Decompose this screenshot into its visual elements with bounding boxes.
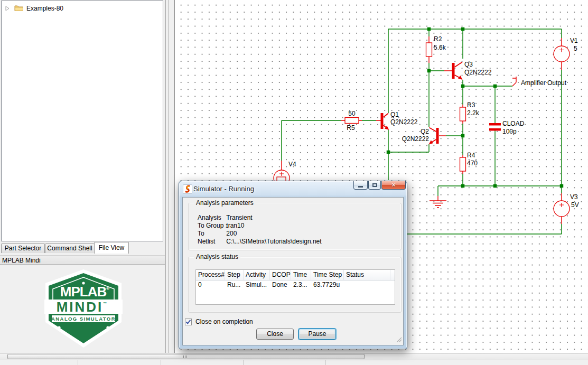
col-header[interactable]: Process# [196,270,225,280]
source-V1[interactable]: V1 5 [554,37,578,62]
status-table-header: Process# Step Activity DCOP Time Time St… [196,270,395,280]
param-row: To Group : tran10 [198,222,244,230]
capacitor-CLOAD[interactable]: CLOAD 100p [489,120,525,135]
param-row: Analysis Transient [198,214,253,222]
output-probe-icon[interactable]: Amplifier Output [512,77,567,87]
resize-grip[interactable] [396,336,402,344]
transistor-Q3[interactable]: Q3 Q2N2222 [452,61,492,80]
simetrix-icon [183,184,192,194]
cload-name: CLOAD [502,120,525,127]
col-header[interactable]: Status [344,270,390,280]
close-on-completion-row: Close on completion [185,318,253,325]
maximize-button[interactable] [368,181,381,190]
q2-value: Q2N2222 [402,135,430,143]
r2-value: 5.6k [434,44,446,51]
status-bar [0,360,588,365]
simulator-dialog[interactable]: Simulator - Running ✕ Analysis parameter… [179,181,407,349]
mplab-mindi-logo-area: MPLAB® MINDI™ ANALOG SIMULATOR [0,265,165,353]
r3-value: 2.2k [467,109,480,117]
col-header[interactable]: Time Step [311,270,344,280]
q3-name: Q3 [464,61,473,68]
cell-timestep: 63.7729u [311,280,344,289]
col-header[interactable]: Step [225,270,244,280]
logo-product: MINDI™ [57,299,109,315]
close-window-button[interactable]: ✕ [381,181,406,190]
q2-name: Q2 [421,128,429,135]
scrollbar-grip-icon [183,355,188,358]
q1-value: Q2N2222 [390,118,418,126]
panel-tabs: Part Selector Command Shell File View [0,242,165,253]
v4-name: V4 [288,161,296,168]
close-icon: ✕ [391,182,396,189]
splitter-line[interactable] [165,0,166,353]
q1-name: Q1 [390,111,399,118]
dialog-body: Analysis parameters Analysis Transient T… [182,197,404,345]
status-table: Process# Step Activity DCOP Time Time St… [195,269,395,305]
resistor-R5[interactable]: 50 R5 [345,110,359,132]
mplab-mindi-logo: MPLAB® MINDI™ ANALOG SIMULATOR [44,269,123,349]
maximize-icon [372,183,377,187]
status-separator [161,360,161,365]
col-header[interactable]: DCOP [270,270,291,280]
ground-symbol[interactable] [430,201,446,208]
param-label: Netlist [198,238,225,246]
logo-brand: MPLAB® [60,284,109,300]
analysis-status-group: Analysis status Process# Step Activity D… [188,257,402,313]
r5-name: R5 [347,124,355,132]
v1-value: 5 [574,45,577,52]
transistor-Q2[interactable]: Q2 Q2N2222 [402,128,439,145]
col-header[interactable]: Activity [244,270,270,280]
cell-process: 0 [196,280,225,289]
transistor-Q1[interactable]: Q1 Q2N2222 [381,111,418,130]
param-value: C:\...\SIMetrix\Tutorials\design.net [226,238,321,245]
minimize-icon [358,186,363,188]
group-title: Analysis status [194,253,240,260]
close-button[interactable]: Close [256,329,294,340]
close-on-completion-checkbox[interactable] [185,319,192,325]
tree-item-label: Examples-80 [26,5,63,12]
r4-name: R4 [467,152,475,159]
cell-status [344,280,390,289]
scrollbar-thumb[interactable] [7,354,365,359]
q3-value: Q2N2222 [464,69,492,76]
splitter-line[interactable] [169,0,169,353]
status-separator [243,360,244,365]
amplifier-output-label: Amplifier Output [521,79,567,87]
pause-button[interactable]: Pause [298,329,336,340]
param-label: Analysis [198,214,225,222]
col-header[interactable]: Time [291,270,311,280]
r5-value: 50 [348,110,356,117]
param-value: 200 [226,230,237,237]
v3-name: V3 [570,193,578,201]
status-separator [78,360,78,365]
cell-time: 2.3... [291,280,311,289]
dialog-title[interactable]: Simulator - Running [193,185,254,193]
expand-arrow-icon[interactable] [4,5,11,12]
file-tree[interactable]: Examples-80 [1,1,163,241]
param-value: Transient [226,214,253,221]
panel-title: MPLAB Mindi [0,255,165,265]
status-table-row[interactable]: 0 Ru... Simul... Done 2.3... 63.7729u [196,280,395,289]
source-V3[interactable]: V3 5V [554,193,579,217]
tree-item-examples[interactable]: Examples-80 [4,3,63,14]
cell-step: Ru... [225,280,244,289]
tab-file-view[interactable]: File View [94,242,129,254]
folder-icon [14,4,23,13]
r3-name: R3 [467,101,475,109]
v1-name: V1 [570,37,578,44]
cload-value: 100p [502,128,517,135]
checkbox-label: Close on completion [195,318,253,325]
tab-part-selector[interactable]: Part Selector [1,244,45,253]
cell-activity: Simul... [244,280,270,289]
r2-name: R2 [434,35,442,43]
analysis-parameters-group: Analysis parameters Analysis Transient T… [188,203,402,250]
application-window: Examples-80 Part Selector Command Shell … [0,0,588,365]
cell-dcop: Done [270,280,291,289]
param-value: tran10 [226,222,244,229]
v3-value: 5V [571,201,579,209]
param-row: To 200 [198,230,237,238]
horizontal-scrollbar[interactable] [0,353,588,360]
minimize-button[interactable] [353,181,368,190]
logo-tagline: ANALOG SIMULATOR [51,316,116,322]
tab-command-shell[interactable]: Command Shell [45,244,95,253]
